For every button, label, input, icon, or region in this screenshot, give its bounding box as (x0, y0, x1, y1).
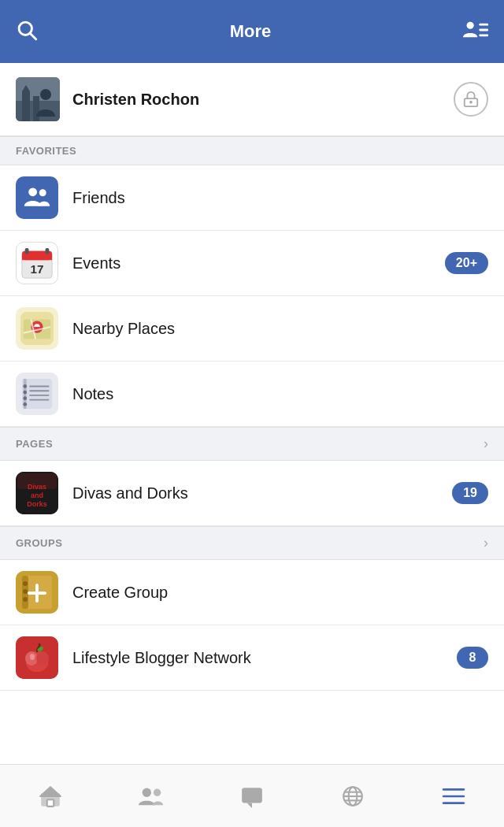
search-icon[interactable] (16, 19, 38, 44)
svg-point-13 (470, 102, 472, 103)
lifestyle-blogger-label: Lifestyle Blogger Network (72, 649, 251, 667)
svg-point-62 (154, 788, 161, 795)
profile-name: Christen Rochon (72, 91, 199, 109)
section-label-favorites: FAVORITES (16, 145, 76, 157)
list-item-lifestyle-left: Lifestyle Blogger Network (16, 636, 251, 679)
notes-label: Notes (72, 385, 113, 403)
app-header: More (0, 0, 504, 63)
lifestyle-blogger-badge: 8 (457, 647, 488, 669)
svg-text:and: and (31, 491, 43, 499)
svg-point-56 (36, 651, 49, 666)
section-header-pages[interactable]: PAGES › (0, 427, 504, 461)
tab-messages[interactable] (213, 773, 291, 820)
svg-point-49 (23, 581, 28, 586)
divas-dorks-icon: Divas and Dorks (16, 472, 58, 514)
svg-point-61 (143, 788, 151, 796)
list-item-nearby-left: Nearby Places (16, 307, 175, 350)
list-item-divas-and-dorks[interactable]: Divas and Dorks Divas and Dorks 19 (0, 461, 504, 526)
friends-icon (16, 176, 58, 219)
svg-marker-59 (40, 787, 61, 796)
tab-friends[interactable] (112, 773, 191, 820)
notes-icon (16, 373, 58, 415)
tab-home[interactable] (11, 773, 90, 820)
section-pages: PAGES › Divas and Dorks Divas and Dorks … (0, 427, 504, 526)
svg-rect-18 (22, 257, 52, 260)
tab-globe[interactable] (313, 773, 392, 820)
svg-point-38 (23, 402, 27, 406)
svg-point-57 (30, 654, 35, 660)
section-favorites: FAVORITES Friends (0, 136, 504, 427)
svg-rect-8 (22, 91, 30, 121)
list-item-create-group-left: Create Group (16, 571, 168, 614)
svg-point-2 (467, 22, 474, 29)
list-item-notes-left: Notes (16, 373, 113, 415)
svg-rect-43 (17, 473, 57, 489)
svg-text:Dorks: Dorks (27, 500, 47, 508)
svg-text:17: 17 (31, 262, 44, 276)
list-item-lifestyle-blogger[interactable]: Lifestyle Blogger Network 8 (0, 625, 504, 691)
create-group-label: Create Group (72, 584, 168, 602)
nearby-label: Nearby Places (72, 320, 175, 338)
svg-point-36 (23, 391, 27, 395)
profile-left: Christen Rochon (16, 77, 199, 121)
list-item-nearby[interactable]: Nearby Places (0, 296, 504, 362)
divas-dorks-label: Divas and Dorks (72, 484, 188, 503)
create-group-icon (16, 571, 58, 614)
list-item-divas-left: Divas and Dorks Divas and Dorks (16, 472, 188, 514)
friends-label: Friends (72, 189, 125, 207)
svg-point-37 (23, 396, 27, 400)
section-groups: GROUPS › Create Group (0, 526, 504, 691)
svg-line-1 (31, 34, 36, 39)
list-item-friends[interactable]: Friends (0, 165, 504, 231)
events-icon: 17 (16, 242, 58, 284)
svg-marker-64 (247, 803, 252, 807)
events-badge: 20+ (445, 252, 488, 274)
profile-settings-button[interactable] (454, 82, 488, 117)
svg-point-14 (28, 187, 37, 196)
svg-point-51 (23, 597, 28, 602)
list-item-create-group[interactable]: Create Group (0, 560, 504, 625)
nearby-icon (16, 307, 58, 350)
list-item-events[interactable]: 17 Events 20+ (0, 231, 504, 296)
profile-row[interactable]: Christen Rochon (0, 63, 504, 136)
svg-point-50 (23, 589, 28, 594)
list-item-notes[interactable]: Notes (0, 362, 504, 427)
svg-rect-20 (46, 248, 50, 254)
section-label-pages: PAGES (16, 438, 53, 450)
svg-rect-9 (33, 96, 39, 121)
pages-chevron-icon: › (484, 436, 488, 452)
svg-rect-63 (242, 788, 262, 803)
tab-bar (0, 764, 504, 827)
svg-point-35 (23, 384, 27, 388)
user-list-icon[interactable] (463, 17, 488, 46)
section-header-groups[interactable]: GROUPS › (0, 526, 504, 560)
section-header-favorites: FAVORITES (0, 136, 504, 165)
list-item-friends-left: Friends (16, 176, 125, 219)
groups-chevron-icon: › (484, 535, 488, 551)
divas-dorks-badge: 19 (452, 482, 488, 504)
section-label-groups: GROUPS (16, 537, 62, 549)
svg-point-15 (39, 189, 46, 196)
svg-rect-19 (25, 248, 29, 254)
svg-rect-60 (47, 799, 54, 807)
events-label: Events (72, 254, 120, 273)
avatar (16, 77, 60, 121)
page-title: More (230, 21, 272, 42)
svg-point-11 (40, 89, 51, 100)
list-item-events-left: 17 Events (16, 242, 120, 284)
tab-menu[interactable] (414, 773, 493, 820)
lifestyle-blogger-icon (16, 636, 58, 679)
